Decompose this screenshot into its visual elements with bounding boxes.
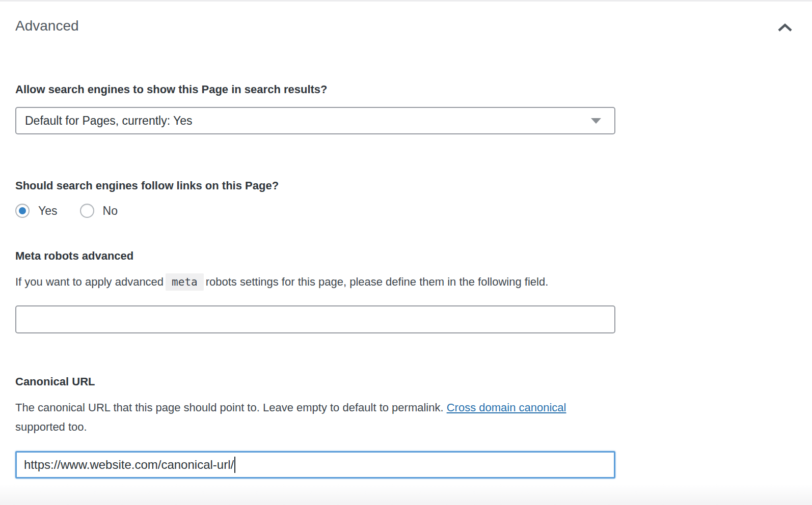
cross-domain-canonical-link[interactable]: Cross domain canonical — [447, 401, 566, 414]
search-visibility-select[interactable]: Default for Pages, currently: Yes — [15, 107, 615, 134]
meta-robots-desc-after: robots settings for this page, please de… — [206, 275, 549, 288]
panel-title: Advanced — [15, 15, 79, 37]
follow-links-label: Should search engines follow links on th… — [15, 179, 609, 192]
meta-robots-input[interactable] — [15, 305, 615, 333]
radio-option-no-label: No — [103, 204, 118, 218]
search-visibility-section: Allow search engines to show this Page i… — [15, 83, 609, 134]
panel-bottom-fade — [0, 484, 812, 505]
canonical-url-value: https://www.website.com/canonical-url/ — [24, 458, 234, 472]
canonical-desc-before: The canonical URL that this page should … — [15, 401, 447, 414]
search-visibility-selected-value: Default for Pages, currently: Yes — [25, 114, 193, 128]
radio-option-yes-label: Yes — [38, 204, 58, 218]
meta-robots-section: Meta robots advanced If you want to appl… — [15, 249, 609, 333]
follow-links-section: Should search engines follow links on th… — [15, 179, 609, 218]
advanced-settings-panel: Advanced Allow search engines to show th… — [0, 0, 812, 505]
meta-robots-label: Meta robots advanced — [15, 249, 609, 263]
triangle-down-icon — [591, 118, 601, 124]
canonical-url-label: Canonical URL — [15, 375, 609, 388]
chevron-up-icon — [777, 26, 793, 34]
search-visibility-label: Allow search engines to show this Page i… — [15, 83, 609, 96]
meta-robots-desc-before: If you want to apply advanced — [15, 275, 164, 288]
radio-option-no[interactable]: No — [80, 204, 118, 218]
meta-robots-description: If you want to apply advancedmetarobots … — [15, 272, 596, 292]
radio-unselected-icon — [80, 204, 94, 218]
meta-code-chip: meta — [166, 273, 204, 291]
canonical-desc-after: supported too. — [15, 420, 87, 433]
radio-option-yes[interactable]: Yes — [15, 204, 58, 218]
radio-selected-icon — [15, 204, 30, 218]
text-cursor — [234, 457, 235, 473]
panel-content: Allow search engines to show this Page i… — [0, 83, 609, 479]
collapse-panel-button[interactable] — [774, 18, 796, 37]
panel-header[interactable]: Advanced — [0, 2, 812, 37]
canonical-url-description: The canonical URL that this page should … — [15, 398, 596, 437]
canonical-url-input[interactable]: https://www.website.com/canonical-url/ — [15, 451, 615, 479]
follow-links-radio-group: Yes No — [15, 204, 609, 218]
canonical-url-section: Canonical URL The canonical URL that thi… — [15, 375, 609, 479]
